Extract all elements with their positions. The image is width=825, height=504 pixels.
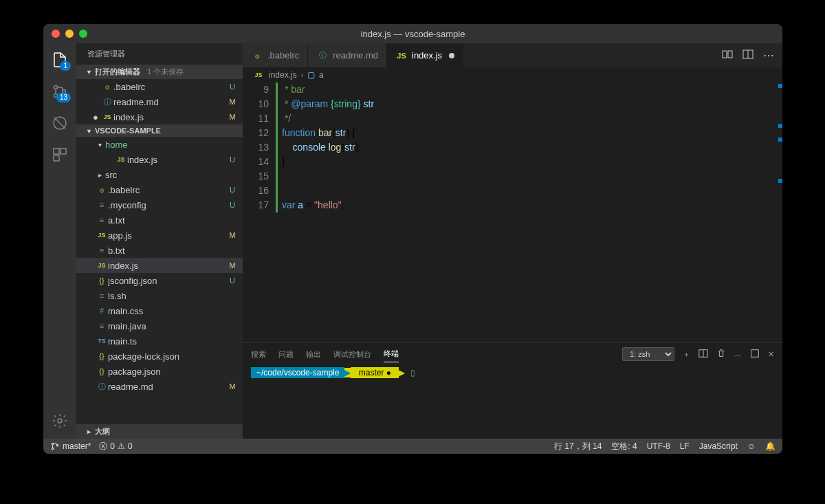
problems[interactable]: ⓧ0 ⚠0 [99,441,132,452]
terminal-select[interactable]: 1: zsh [622,347,674,361]
tree-item[interactable]: JSindex.jsU [76,152,243,167]
feedback-icon[interactable]: ☺ [747,441,756,452]
file-label: jsconfig.json [108,276,228,286]
split-terminal-icon[interactable] [698,349,708,360]
js-icon: JS [96,232,108,239]
project-header[interactable]: ▾ VSCODE-SAMPLE [76,124,243,137]
svg-rect-4 [54,149,59,154]
encoding[interactable]: UTF-8 [647,441,670,452]
minimap[interactable] [777,83,782,342]
maximize-panel-icon[interactable] [750,349,760,360]
debug-icon[interactable] [50,113,69,133]
md-icon: ⓘ [96,382,108,392]
svg-rect-8 [723,51,727,58]
svg-point-15 [52,443,53,444]
minimize-button[interactable] [65,30,74,38]
prompt-branch: master ● [351,367,399,378]
settings-icon[interactable] [50,411,69,430]
tree-item[interactable]: {}package.json [76,364,243,379]
tree-item[interactable]: ≡.myconfigU [76,197,243,212]
indent[interactable]: 空格: 4 [611,441,637,452]
split-icon[interactable] [742,49,754,63]
svg-rect-6 [54,155,59,161]
cursor-position[interactable]: 行 17，列 14 [554,441,602,452]
tree-item[interactable]: ≡ls.sh [76,288,243,303]
git-status: U [228,276,237,285]
tree-item[interactable]: #main.css [76,303,243,318]
tree-item[interactable]: ≡b.txt [76,243,243,258]
close-panel-icon[interactable]: ✕ [768,350,774,359]
panel-tab[interactable]: 调试控制台 [333,347,371,362]
file-label: app.js [108,230,228,241]
code-content[interactable]: * bar * @param {string} str */function b… [276,83,782,342]
tree-item[interactable]: ⌾.babelrcU [76,182,243,197]
tree-item[interactable]: JSindex.jsM [76,258,243,273]
file-label: src [105,170,228,180]
editor-tab[interactable]: ⓘreadme.md [308,43,387,67]
chevron-up-icon[interactable]: ︿ [734,349,742,360]
file-label: package.json [108,366,228,377]
file-label: package-lock.json [108,351,228,362]
tree-item[interactable]: ≡a.txt [76,212,243,228]
svg-rect-9 [728,51,732,58]
window: index.js — vscode-sample 1 13 资源管理器 [43,24,782,454]
new-terminal-icon[interactable]: ＋ [683,349,690,360]
tree-item[interactable]: ≡main.java [76,318,243,333]
editor-tab[interactable]: ⌾.babelrc [243,43,308,67]
dirty-indicator [449,53,454,58]
babel-icon: ⌾ [96,186,108,194]
terminal[interactable]: ~/code/vscode-sample▶ master ● ▶ ▯ [243,365,782,439]
tree-item[interactable]: ▸src [76,167,243,182]
open-editor-item[interactable]: ⌾.babelrc U [76,79,243,94]
scm-icon[interactable]: 13 [50,82,69,101]
file-label: main.css [108,306,228,316]
open-editors-header[interactable]: ▾ 打开的编辑器 1 个未保存 [76,65,243,79]
window-title: index.js — vscode-sample [361,29,465,39]
file-icon: ≡ [96,246,108,254]
outline-label: 大纲 [95,426,110,437]
file-label: a.txt [108,215,228,226]
sidebar: 资源管理器 ▾ 打开的编辑器 1 个未保存 ⌾.babelrc U ⓘreadm… [76,43,243,439]
code-editor[interactable]: 91011121314151617 * bar * @param {string… [243,83,782,342]
eol[interactable]: LF [680,441,690,452]
svg-point-7 [58,419,62,423]
panel-tab[interactable]: 终端 [384,346,399,362]
extensions-icon[interactable] [50,145,69,164]
tree-item[interactable]: TSmain.ts [76,333,243,349]
more-icon[interactable]: ⋯ [763,49,774,62]
open-editor-item[interactable]: ⓘreadme.md M [76,94,243,109]
tree-item[interactable]: {}package-lock.json [76,349,243,364]
file-icon: ≡ [96,216,108,224]
variable-icon: ▢ [307,70,315,80]
editor-tab[interactable]: JSindex.js [387,43,463,67]
chevron-right-icon: › [301,72,303,79]
breadcrumb[interactable]: JS index.js › ▢ a [243,67,782,83]
maximize-button[interactable] [79,30,87,38]
panel-tab[interactable]: 搜索 [251,347,266,362]
panel-tab[interactable]: 输出 [306,347,321,362]
open-editor-item[interactable]: ● JSindex.js M [76,109,243,124]
git-branch[interactable]: master* [50,441,91,451]
bell-icon[interactable]: 🔔 [765,441,776,452]
svg-rect-14 [751,350,759,358]
babel-icon: ⌾ [251,52,263,60]
file-label: .babelrc [108,185,228,195]
close-button[interactable] [52,30,60,38]
trash-icon[interactable] [716,349,726,360]
file-label: index.js [113,112,228,122]
outline-header[interactable]: ▸ 大纲 [76,424,243,439]
panel-tab[interactable]: 问题 [278,347,294,362]
file-label: index.js [108,261,228,271]
tree-item[interactable]: {}jsconfig.jsonU [76,273,243,288]
js-icon: JS [252,72,265,78]
tree-item[interactable]: ▾home [76,137,243,152]
language[interactable]: JavaScript [699,441,738,452]
explorer-icon[interactable]: 1 [50,50,69,69]
compare-icon[interactable] [722,49,733,63]
tree-item[interactable]: ⓘreadme.mdM [76,379,243,394]
babel-icon: ⌾ [101,83,113,91]
git-status: U [228,186,237,194]
panel-tabs: 搜索问题输出调试控制台终端 1: zsh ＋ ︿ ✕ [243,343,782,365]
tree-item[interactable]: JSapp.jsM [76,228,243,243]
tab-label: .babelrc [267,50,299,61]
